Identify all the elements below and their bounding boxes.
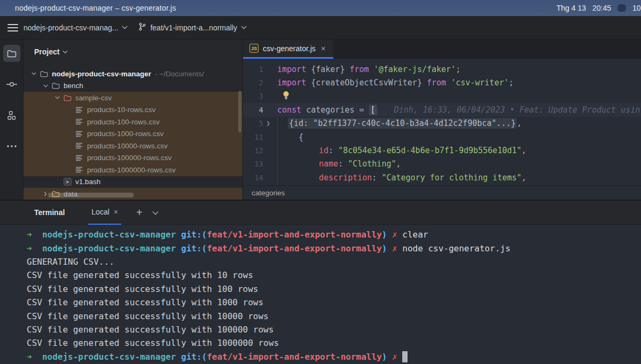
token-pl: ; — [509, 78, 514, 88]
menubar-status-icon — [617, 4, 627, 12]
window-title: nodejs-product-csv-manager – csv-generat… — [15, 4, 176, 12]
project-horizontal-scrollbar[interactable] — [48, 193, 134, 197]
tree-item-products-100000-rows-csv[interactable]: products-100000-rows.csv — [24, 152, 243, 164]
project-widget[interactable]: nodejs-product-csv-manag... — [18, 20, 133, 35]
token-kw: import — [277, 65, 306, 74]
token-fold: {id: "b2ff1377-c40c-4c10-b3a4-4d12c2f90b… — [288, 118, 517, 129]
space — [32, 243, 42, 254]
token-pl: , — [521, 146, 526, 155]
terminal-output-text: CSV file generated successfully with 100… — [27, 325, 273, 335]
code-text: import {faker} from '@faker-js/faker'; — [273, 65, 460, 74]
tree-item-products-10-rows-csv[interactable]: products-10-rows.csv — [24, 104, 243, 116]
terminal-prompt-line: ➜ nodejs-product-csv-manager git:(feat/v… — [27, 241, 641, 255]
project-panel: Project nodejs-product-csv-manager- ~/Do… — [24, 39, 243, 200]
line-number: 14 — [243, 173, 263, 182]
token-pl: , — [521, 173, 526, 183]
code-editor[interactable]: 1import {faker} from '@faker-js/faker';2… — [243, 59, 641, 185]
prompt-git: git:( — [181, 230, 207, 240]
token-pl: : — [372, 173, 381, 183]
terminal-header: Terminal Local × + — [0, 201, 641, 225]
tree-item-bench[interactable]: bench — [24, 80, 243, 92]
terminal-tab-close-icon[interactable]: × — [114, 208, 118, 216]
terminal-options-chevron-icon[interactable] — [152, 208, 159, 217]
token-str: 'csv-writer' — [451, 78, 509, 88]
code-line-5[interactable]: 5❯{id: "b2ff1377-c40c-4c10-b3a4-4d12c2f9… — [243, 117, 641, 130]
tree-item-products-1000-rows-csv[interactable]: products-1000-rows.csv — [24, 128, 243, 140]
new-terminal-icon[interactable]: + — [136, 207, 143, 219]
space — [176, 230, 181, 240]
project-vertical-scrollbar[interactable] — [238, 91, 241, 132]
tree-item-v1-bash[interactable]: >v1.bash — [24, 176, 243, 188]
fold-marker-icon[interactable]: ❯ — [263, 120, 273, 127]
more-tool-windows-button[interactable] — [3, 138, 20, 155]
tree-item-products-100-rows-csv[interactable]: products-100-rows.csv — [24, 116, 243, 128]
code-line-12[interactable]: 12id: "8c054e34-e65d-4b6e-b7f1-9d9b556e1… — [243, 144, 641, 157]
project-tool-button[interactable] — [3, 45, 20, 62]
tree-item-label: sample-csv — [75, 94, 112, 102]
breadcrumb[interactable]: categories — [243, 185, 641, 200]
tree-item-path-suffix: - ~/Documents/ — [155, 70, 204, 78]
terminal-title: Terminal — [34, 208, 65, 217]
chevron-down-icon[interactable] — [62, 50, 68, 54]
terminal-output-text: CSV file generated successfully with 100… — [27, 297, 263, 307]
code-text — [273, 91, 290, 102]
terminal-output[interactable]: ➜ nodejs-product-csv-manager git:(feat/v… — [0, 225, 641, 363]
intention-bulb-icon[interactable] — [283, 91, 290, 102]
tree-item-nodejs-product-csv-manager[interactable]: nodejs-product-csv-manager- ~/Documents/ — [24, 68, 243, 80]
js-file-icon: JS — [249, 44, 259, 53]
chevron-down-icon — [241, 26, 247, 29]
token-prop: description — [319, 173, 372, 183]
prompt-branch: feat/v1-import-and-export-normally — [207, 230, 382, 240]
editor-area: JS csv-generator.js × 1import {faker} fr… — [243, 39, 641, 200]
code-line-14[interactable]: 14description: "Category for clothing it… — [243, 171, 641, 184]
chevron-down-icon[interactable] — [41, 84, 50, 88]
tree-item-products-10000-rows-csv[interactable]: products-10000-rows.csv — [24, 140, 243, 152]
code-line-13[interactable]: 13name: "Clothing", — [243, 157, 641, 171]
code-line-3[interactable]: 3 — [243, 90, 641, 103]
commit-tool-button[interactable] — [3, 76, 20, 93]
ide-window: nodejs-product-csv-manager – csv-generat… — [0, 0, 641, 364]
terminal-tab-local[interactable]: Local × — [88, 201, 121, 225]
chevron-down-icon — [122, 26, 128, 29]
terminal-output-text: CSV file generated successfully with 100… — [27, 338, 279, 348]
tree-item-products-1000000-rows-csv[interactable]: products-1000000-rows.csv — [24, 164, 243, 176]
menubar-clock: 20:45 — [592, 4, 611, 12]
prompt-dirty-mark: ✗ — [392, 352, 397, 362]
code-text: name: "Clothing", — [273, 159, 401, 169]
token-pl: categories = — [301, 105, 369, 115]
token-str: "Clothing" — [348, 159, 396, 169]
code-line-2[interactable]: 2import {createObjectCsvWriter} from 'cs… — [243, 76, 641, 89]
chevron-down-icon[interactable] — [29, 72, 38, 75]
chevron-down-icon[interactable] — [52, 96, 62, 99]
csv-icon — [74, 118, 84, 125]
token-pl: , — [396, 159, 401, 169]
code-text: const categories = [Dinh, 16:33, 06/04/2… — [273, 105, 640, 115]
structure-tool-button[interactable] — [3, 107, 20, 124]
space — [387, 243, 392, 254]
code-text: description: "Category for clothing item… — [273, 173, 526, 183]
prompt-directory: nodejs-product-csv-manager — [42, 230, 176, 240]
terminal-output-text: CSV file generated successfully with 10 … — [27, 270, 253, 280]
prompt-branch: feat/v1-import-and-export-normally — [207, 243, 382, 254]
prompt-git: ) — [382, 230, 387, 240]
prompt-git: git:( — [181, 352, 207, 362]
code-line-4[interactable]: 4const categories = [Dinh, 16:33, 06/04/… — [243, 103, 641, 116]
token-pl — [369, 65, 374, 74]
token-pl: : — [338, 159, 348, 169]
tree-item-sample-csv[interactable]: sample-csv — [24, 92, 243, 104]
token-pl: : — [329, 146, 338, 155]
code-line-11[interactable]: 11{ — [243, 130, 641, 144]
line-number: 4 — [243, 106, 263, 114]
terminal-output-line: CSV file generated successfully with 100… — [27, 323, 641, 336]
main-menu-icon[interactable] — [7, 24, 18, 31]
vcs-branch-widget[interactable]: feat/v1-import-a...normally — [133, 19, 252, 36]
terminal-output-line: CSV file generated successfully with 10 … — [27, 268, 641, 282]
code-line-1[interactable]: 1import {faker} from '@faker-js/faker'; — [243, 62, 641, 76]
token-kw: from — [427, 78, 446, 88]
tab-close-icon[interactable]: × — [321, 44, 326, 53]
prompt-git: ) — [382, 243, 387, 254]
csv-icon — [74, 131, 84, 137]
menubar-date: Thg 4 13 — [557, 4, 586, 12]
editor-tab-csv-generator[interactable]: JS csv-generator.js × — [243, 39, 333, 59]
project-panel-title: Project — [34, 48, 59, 56]
